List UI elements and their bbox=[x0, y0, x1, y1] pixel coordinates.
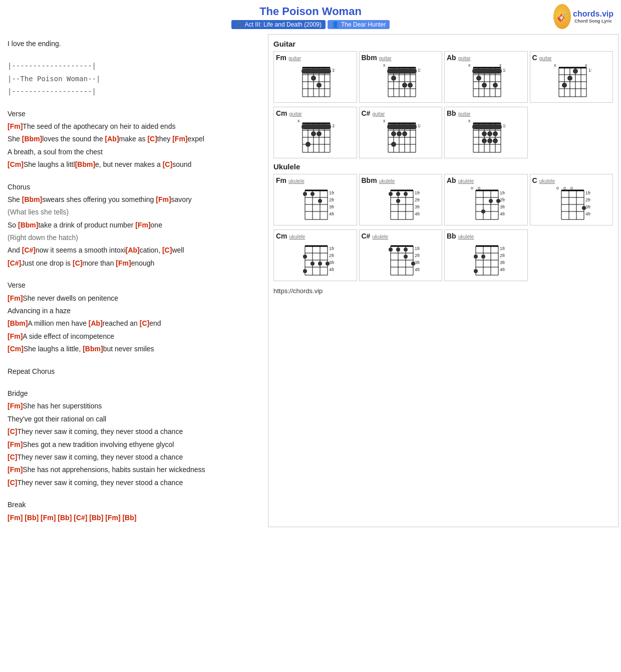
chord-fm7[interactable]: [Fm] bbox=[8, 332, 23, 340]
ukulele-chord-grid-2: Cm ukulele bbox=[273, 230, 613, 281]
svg-text:2fr: 2fr bbox=[415, 253, 420, 258]
svg-point-201 bbox=[310, 262, 315, 266]
chord-ab3[interactable]: [Ab] bbox=[89, 319, 103, 327]
svg-point-64 bbox=[567, 76, 572, 81]
breadcrumb-artist[interactable]: 👤 The Dear Hunter bbox=[328, 20, 390, 29]
svg-text:1fr: 1fr bbox=[415, 190, 420, 195]
breadcrumbs: 🎵 Act III: Life and Death (2009) 👤 The D… bbox=[0, 20, 621, 29]
svg-text:4fr: 4fr bbox=[415, 211, 420, 216]
svg-point-30 bbox=[408, 83, 413, 88]
chord-fm4[interactable]: [Fm] bbox=[135, 221, 150, 229]
paren-1: (What lies she tells) bbox=[8, 206, 258, 217]
svg-rect-79 bbox=[301, 124, 331, 129]
svg-point-48 bbox=[493, 83, 498, 88]
chord-c8[interactable]: [C] bbox=[8, 479, 17, 487]
chord-box-bbm-ukulele: Bbm ukulele 1fr bbox=[359, 174, 443, 226]
cm-ukulele-diagram: 1fr 2fr 3fr 4fr bbox=[295, 240, 335, 278]
artist-label: The Dear Hunter bbox=[341, 21, 386, 28]
url-footer: https://chords.vip bbox=[273, 285, 613, 295]
svg-text:4fr: 4fr bbox=[329, 211, 335, 216]
svg-text:4fr: 4fr bbox=[500, 211, 505, 216]
svg-point-151 bbox=[396, 199, 400, 203]
svg-text:1fr: 1fr bbox=[588, 68, 591, 73]
chord-bbm[interactable]: [Bbm] bbox=[22, 135, 42, 143]
chord-fm3[interactable]: [Fm] bbox=[156, 195, 171, 203]
svg-point-219 bbox=[396, 248, 400, 252]
c-ukulele-diagram: o o o 1fr 2fr 3fr 4fr bbox=[551, 184, 591, 222]
svg-rect-11 bbox=[301, 69, 331, 74]
chord-fm10[interactable]: [Fm] bbox=[8, 466, 23, 474]
lyrics-line-11: [Bbm]A million men have [Ab]reached an [… bbox=[8, 318, 258, 329]
svg-text:4fr: 4fr bbox=[415, 267, 420, 272]
ab-ukulele-diagram: o o 1fr 2fr 3fr 4f bbox=[466, 184, 506, 222]
svg-rect-27 bbox=[387, 69, 417, 74]
chord-c[interactable]: [C] bbox=[147, 135, 157, 143]
svg-point-204 bbox=[303, 269, 307, 273]
svg-point-98 bbox=[402, 131, 407, 136]
chord-c2[interactable]: [C] bbox=[163, 160, 172, 168]
logo-site: chords.vip bbox=[573, 10, 613, 19]
chord-box-ab-guitar: Ab guitar x x bbox=[444, 51, 528, 103]
chord-bbm4[interactable]: [Bbm] bbox=[18, 221, 38, 229]
svg-point-81 bbox=[317, 131, 322, 136]
breadcrumb-album[interactable]: 🎵 Act III: Life and Death (2009) bbox=[231, 20, 326, 29]
chord-fm2[interactable]: [Fm] bbox=[172, 135, 187, 143]
chord-csharp[interactable]: [C#] bbox=[22, 246, 36, 254]
lyrics-line-1: [Fm]The seed of the apothecary on heir t… bbox=[8, 121, 258, 132]
chord-c6[interactable]: [C] bbox=[8, 427, 17, 435]
break-label: Break bbox=[8, 499, 258, 510]
fm-ukulele-diagram: 1fr 2fr 3fr 4fr bbox=[295, 184, 335, 222]
chord-c4[interactable]: [C] bbox=[73, 259, 82, 267]
chord-cm[interactable]: [Cm] bbox=[8, 160, 24, 168]
chord-c5[interactable]: [C] bbox=[140, 319, 149, 327]
chord-fm5[interactable]: [Fm] bbox=[116, 259, 131, 267]
chord-bbm6[interactable]: [Bbm] bbox=[83, 345, 103, 353]
svg-text:x: x bbox=[383, 63, 386, 68]
ukulele-title: Ukulele bbox=[273, 162, 613, 171]
chord-ab2[interactable]: [Ab] bbox=[126, 246, 140, 254]
svg-text:3fr: 3fr bbox=[500, 260, 505, 265]
svg-point-220 bbox=[404, 248, 408, 252]
logo-tagline: Chord Song Lyric bbox=[573, 19, 613, 24]
svg-point-237 bbox=[481, 255, 485, 259]
chord-cm2[interactable]: [Cm] bbox=[8, 345, 24, 353]
lyrics-line-18: [C]They never saw it coming, they never … bbox=[8, 452, 258, 463]
svg-text:2fr: 2fr bbox=[329, 197, 335, 202]
chord-box-fm-ukulele: Fm ukulele 1fr bbox=[273, 174, 357, 226]
chord-c7[interactable]: [C] bbox=[8, 453, 17, 461]
svg-point-99 bbox=[391, 131, 396, 136]
chord-fm8[interactable]: [Fm] bbox=[8, 402, 23, 410]
svg-point-202 bbox=[318, 262, 322, 266]
lyrics-line-2: She [Bbm]loves the sound the [Ab]make as… bbox=[8, 133, 258, 144]
chord-c3[interactable]: [C] bbox=[162, 246, 172, 254]
chord-fm6[interactable]: [Fm] bbox=[8, 294, 23, 302]
chord-bbm5[interactable]: [Bbm] bbox=[8, 319, 28, 327]
svg-point-46 bbox=[476, 76, 481, 81]
chord-ab[interactable]: [Ab] bbox=[105, 135, 119, 143]
svg-text:1fr: 1fr bbox=[500, 190, 505, 195]
artist-icon: 👤 bbox=[332, 21, 339, 28]
chord-box-cm-guitar: Cm guitar x bbox=[273, 107, 357, 158]
csharp-ukulele-diagram: 1fr 2fr 3fr 4fr bbox=[381, 240, 421, 278]
cm-guitar-diagram: x 1fr bbox=[295, 117, 335, 155]
chord-csharp2[interactable]: [C#] bbox=[8, 259, 21, 267]
break-chords-line: [Fm] [Bb] [Fm] [Bb] [C#] [Bb] [Fm] [Bb] bbox=[8, 512, 258, 523]
bb-ukulele-diagram: 1fr 2fr 3fr 4fr bbox=[466, 240, 506, 278]
svg-point-149 bbox=[396, 192, 400, 196]
chord-bbm2[interactable]: [Bbm] bbox=[75, 160, 95, 168]
svg-text:x: x bbox=[297, 118, 300, 123]
lyrics-line-16: [C]They never saw it coming, they never … bbox=[8, 426, 258, 437]
guitar-chord-grid-1: Fm guitar bbox=[273, 51, 613, 103]
svg-point-116 bbox=[482, 131, 487, 136]
chord-fm9[interactable]: [Fm] bbox=[8, 440, 23, 449]
chord-fm[interactable]: [Fm] bbox=[8, 122, 23, 130]
chord-bbm3[interactable]: [Bbm] bbox=[22, 195, 42, 203]
svg-text:2fr: 2fr bbox=[585, 197, 591, 202]
svg-point-134 bbox=[318, 199, 322, 203]
svg-text:1fr: 1fr bbox=[329, 246, 335, 251]
lyrics-line-9: [Fm]She never dwells on penitence bbox=[8, 293, 258, 304]
lyrics-line-6: So [Bbm]take a drink of product number [… bbox=[8, 219, 258, 231]
verse1-label: Verse bbox=[8, 108, 258, 119]
chord-box-c-ukulele: C ukulele o o o 1fr bbox=[530, 174, 613, 226]
lyrics-line-12: [Fm]A side effect of incompetence bbox=[8, 331, 258, 342]
